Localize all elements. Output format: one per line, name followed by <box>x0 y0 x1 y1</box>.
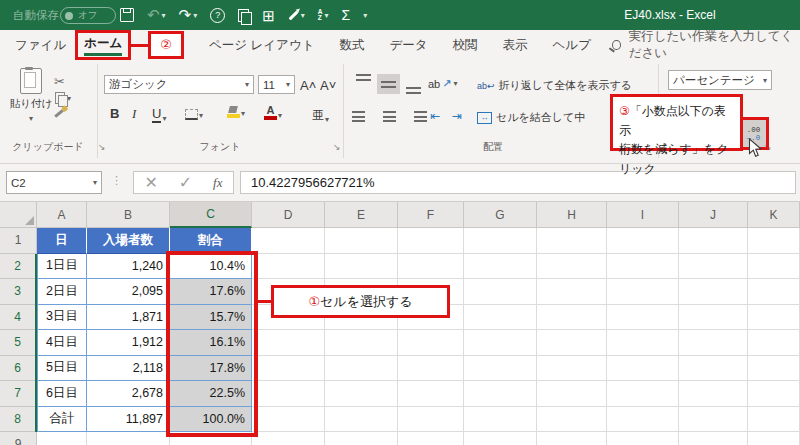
format-painter-button[interactable] <box>54 112 64 115</box>
grid-cell[interactable] <box>37 432 87 445</box>
grid-cell[interactable] <box>607 432 679 445</box>
col-header-C[interactable]: C <box>170 202 252 228</box>
grid-cell[interactable] <box>748 228 800 254</box>
grid-cell[interactable] <box>607 305 679 331</box>
redo-dropdown-icon[interactable]: ▾ <box>193 11 197 20</box>
grid-cell[interactable] <box>679 254 748 280</box>
grid-cell[interactable] <box>325 432 398 445</box>
grid-cell[interactable] <box>398 228 464 254</box>
enter-icon[interactable]: ✓ <box>179 173 192 192</box>
font-name-select[interactable]: 游ゴシック▾ <box>104 75 254 94</box>
grid-cell[interactable] <box>252 330 325 356</box>
table-row-label[interactable]: 2日目 <box>37 279 87 305</box>
phonetic-button[interactable]: 亜▾ <box>312 107 329 124</box>
tell-me-search[interactable]: 実行したい作業を入力してください <box>612 28 800 62</box>
grid-cell[interactable] <box>464 254 537 280</box>
autosum-icon[interactable]: Σ <box>342 8 351 22</box>
grid-cell[interactable] <box>537 305 607 331</box>
table-cell-count[interactable]: 1,912 <box>87 330 170 356</box>
save-icon[interactable] <box>120 8 134 22</box>
wrap-text-button[interactable]: ab↩ 折り返して全体を表示する <box>477 78 632 93</box>
table-row-label[interactable]: 5日目 <box>37 356 87 382</box>
row-header-2[interactable]: 2 <box>0 254 37 280</box>
grid-cell[interactable] <box>537 228 607 254</box>
grid-cell[interactable] <box>748 381 800 407</box>
align-middle-button[interactable] <box>377 74 400 94</box>
grow-font-button[interactable]: A˄ <box>300 78 316 93</box>
italic-button[interactable]: I <box>132 106 136 122</box>
grid-cell[interactable] <box>607 330 679 356</box>
qat-more-icon[interactable]: ▾ <box>363 11 367 20</box>
align-top-button[interactable] <box>352 74 375 94</box>
table-header-cell[interactable]: 入場者数 <box>87 228 170 254</box>
font-color-button[interactable]: A▾ <box>264 105 282 120</box>
grid-cell[interactable] <box>252 254 325 280</box>
grid-cell[interactable] <box>607 228 679 254</box>
grid-cell[interactable] <box>464 330 537 356</box>
align-right-button[interactable] <box>404 106 427 126</box>
grid-cell[interactable] <box>252 228 325 254</box>
col-header-F[interactable]: F <box>398 202 464 228</box>
grid-cell[interactable] <box>464 305 537 331</box>
grid-cell[interactable] <box>537 330 607 356</box>
pen-dropdown-icon[interactable]: ▾ <box>301 11 305 20</box>
align-left-button[interactable] <box>352 106 375 126</box>
borders-button[interactable]: ▾ <box>185 109 203 120</box>
table-cell-count[interactable]: 2,678 <box>87 381 170 407</box>
copy-icon[interactable] <box>238 9 249 22</box>
col-header-A[interactable]: A <box>37 202 87 228</box>
grid-cell[interactable] <box>679 356 748 382</box>
tab-view[interactable]: 表示 <box>503 37 528 54</box>
grid-cell[interactable] <box>398 432 464 445</box>
grid-cell[interactable] <box>325 381 398 407</box>
grid-cell[interactable] <box>537 381 607 407</box>
bold-button[interactable]: B <box>110 106 119 121</box>
table-row-label[interactable]: 1日目 <box>37 254 87 280</box>
table-cell-count[interactable]: 2,095 <box>87 279 170 305</box>
row-header-1[interactable]: 1 <box>0 228 37 254</box>
sort-az-icon[interactable]: AZ <box>318 9 323 21</box>
grid-cell[interactable] <box>464 356 537 382</box>
table-cell-count[interactable]: 1,240 <box>87 254 170 280</box>
grid-cell[interactable] <box>679 407 748 433</box>
tab-file[interactable]: ファイル <box>15 37 66 54</box>
decrease-indent-button[interactable]: ⇤ <box>430 109 440 123</box>
grid-cell[interactable] <box>398 330 464 356</box>
col-header-D[interactable]: D <box>252 202 325 228</box>
formula-input[interactable]: 10.4227956627721% <box>240 171 796 194</box>
grid-cell[interactable] <box>325 228 398 254</box>
grid-cell[interactable] <box>537 279 607 305</box>
table-cell-count[interactable]: 2,118 <box>87 356 170 382</box>
col-header-E[interactable]: E <box>325 202 398 228</box>
grid-cell[interactable] <box>679 305 748 331</box>
insert-function-icon[interactable]: fx <box>213 175 222 191</box>
grid-cell[interactable] <box>537 432 607 445</box>
grid-cell[interactable] <box>748 407 800 433</box>
font-dialog-launcher-icon[interactable]: ↘ <box>333 142 341 152</box>
tab-formulas[interactable]: 数式 <box>339 37 364 54</box>
row-header-4[interactable]: 4 <box>0 305 37 331</box>
tab-home[interactable]: ホーム <box>84 36 122 50</box>
help-icon[interactable]: ? <box>210 8 225 23</box>
formula-bar-splitter[interactable]: ⋮ <box>111 174 122 187</box>
col-header-J[interactable]: J <box>679 202 748 228</box>
align-center-button[interactable] <box>378 106 401 126</box>
grid-cell[interactable] <box>398 254 464 280</box>
copy-button[interactable]: ▾ <box>55 92 71 104</box>
col-header-K[interactable]: K <box>748 202 800 228</box>
grid-cell[interactable] <box>537 407 607 433</box>
grid-cell[interactable] <box>252 432 325 445</box>
table-header-cell[interactable]: 割合 <box>170 228 252 254</box>
tab-page-layout[interactable]: ページ レイアウト <box>209 37 315 54</box>
grid-cell[interactable] <box>748 305 800 331</box>
grid-cell[interactable] <box>398 407 464 433</box>
col-header-I[interactable]: I <box>607 202 679 228</box>
table-header-cell[interactable]: 日 <box>37 228 87 254</box>
grid-cell[interactable] <box>607 254 679 280</box>
grid-cell[interactable] <box>537 254 607 280</box>
table-row-label[interactable]: 6日目 <box>37 381 87 407</box>
grid-cell[interactable] <box>325 254 398 280</box>
grid-cell[interactable] <box>679 228 748 254</box>
grid-cell[interactable] <box>679 381 748 407</box>
shrink-font-button[interactable]: A˅ <box>320 78 336 93</box>
